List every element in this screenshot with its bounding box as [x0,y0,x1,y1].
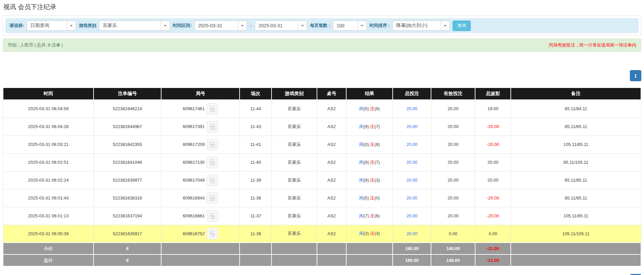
chevron-down-icon[interactable] [440,21,450,30]
cell-valid-bet: 20.00 [431,171,475,189]
total-bet-link[interactable]: 20.00 [406,195,418,201]
video-replay-button[interactable] [207,139,218,150]
cell-payout: 19.00 [475,100,511,118]
cell-remark: 105.11/85.11 [511,207,641,225]
total-bet-link[interactable]: 20.00 [406,142,418,147]
summary-row: 小计8160.00140.00-21.00 [3,243,641,254]
bet-records-table: 时间 注单编号 局号 场次 游戏类别 桌号 结果 总投注 有效投注 总派彩 备注… [3,87,641,267]
date-from-select[interactable]: 2025-03-31 [194,21,247,31]
summary-payout: -21.00 [475,254,511,266]
total-bet-link[interactable]: 20.00 [406,231,418,236]
player-label: 闲 [359,124,364,129]
date-to-value: 2025-03-31 [255,23,298,28]
chevron-down-icon[interactable] [298,21,307,30]
video-replay-button[interactable] [207,157,218,168]
player-label: 闲 [359,142,364,147]
cell-total-bet: 20.00 [393,225,431,243]
banker-label: 庄 [370,160,374,165]
cell-valid-bet: 20.00 [431,118,475,135]
summary-session [240,243,272,254]
player-label: 闲 [359,106,364,111]
total-bet-link[interactable]: 20.00 [406,178,418,183]
video-replay-button[interactable] [207,103,218,115]
total-bet-link[interactable]: 20.00 [406,106,418,111]
player-score: (5) [364,106,370,111]
game-type-label: 游戏类别 [79,23,96,29]
banker-score: (9) [374,106,380,111]
cell-time: 2025-03-31 06:01:43 [3,189,94,207]
cell-session: 11-41 [240,135,272,153]
table-row: 2025-03-31 06:01:13522381637194609616861… [3,207,641,225]
cell-table-no: AS2 [317,225,346,243]
table-row: 2025-03-31 06:00:39522381635917609616752… [3,225,641,243]
query-button[interactable]: 查询 [453,21,471,31]
banker-label: 庄 [370,231,374,236]
total-bet-link[interactable]: 20.00 [406,213,418,218]
summary-game [272,243,317,254]
cell-session: 11-36 [240,225,272,243]
col-round-id: 局号 [161,88,240,100]
round-id-text: 609616861 [183,213,205,218]
date-to-select[interactable]: 2025-03-31 [255,21,307,31]
query-type-select[interactable]: 日期查询 [27,21,76,31]
chevron-down-icon[interactable] [160,21,170,30]
cell-remark: 85.11/105.11 [511,153,641,171]
video-replay-button[interactable] [207,228,218,239]
cell-time: 2025-03-31 06:03:21 [3,135,94,153]
cell-round-id: 609616943 [161,189,240,207]
cell-result: 闲(5) 庄(0) [346,189,393,207]
game-type-select[interactable]: 百家乐 [99,21,170,31]
valid-bet-notice-text: 同局有效投注，统一计算在该局第一张注单内 [549,42,636,48]
cell-time: 2025-03-31 06:02:51 [3,153,94,171]
total-bet-link[interactable]: 20.00 [406,124,418,129]
page-size-select[interactable]: 100 [333,21,367,31]
cell-bet-id: 522381638316 [94,189,161,207]
filter-panel: 请选择: 日期查询 游戏类别 百家乐 时间区间: 2025-03-31 ~ 20… [3,16,641,36]
page-1-button[interactable]: 1 [630,70,641,81]
cell-time: 2025-03-31 06:04:28 [3,118,94,135]
col-bet-id: 注单编号 [94,88,161,100]
cell-session: 11-40 [240,153,272,171]
banker-score: (8) [374,142,380,147]
cell-time: 2025-03-31 06:00:39 [3,225,94,243]
chevron-down-icon[interactable] [238,21,247,30]
banker-score: (7) [374,160,380,165]
banker-score: (0) [374,195,380,201]
table-row: 2025-03-31 06:02:24522381639977609617049… [3,171,641,189]
cell-payout: -20.00 [475,135,511,153]
video-replay-button[interactable] [207,175,218,186]
cell-bet-id: 522381644967 [94,118,161,135]
video-record-icon [209,195,216,202]
cell-payout: 20.00 [475,171,511,189]
cell-result: 闲(9) 庄(7) [346,118,393,135]
time-sort-select[interactable]: 降幂(由大到小) [392,21,450,31]
video-record-icon [209,123,216,130]
cell-bet-id: 522381639977 [94,171,161,189]
video-replay-button[interactable] [207,210,218,222]
cell-session: 11-44 [240,100,272,118]
pagination-top: 1 [3,70,641,81]
table-header: 时间 注单编号 局号 场次 游戏类别 桌号 结果 总投注 有效投注 总派彩 备注 [3,88,641,100]
summary-count: 8 [94,243,161,254]
total-bet-link[interactable]: 20.00 [406,160,418,165]
cell-session: 11-38 [240,189,272,207]
col-payout: 总派彩 [475,88,511,100]
player-label: 闲 [359,160,364,165]
cell-table-no: AS2 [317,135,346,153]
video-replay-button[interactable] [207,121,218,132]
banker-label: 庄 [370,195,374,201]
player-label: 闲 [359,178,364,183]
cell-remark: 85.11/65.11 [511,118,641,135]
banker-score: (7) [374,124,380,129]
video-record-icon [209,230,216,237]
video-record-icon [209,159,216,166]
cell-total-bet: 20.00 [393,135,431,153]
video-replay-button[interactable] [207,192,218,204]
cell-total-bet: 20.00 [393,100,431,118]
cell-result: 闲(9) 庄(3) [346,171,393,189]
summary-row: 总计8160.00140.00-21.00 [3,254,641,266]
cell-valid-bet: 20.00 [431,189,475,207]
cell-round-id: 609617049 [161,171,240,189]
chevron-down-icon[interactable] [67,21,76,30]
chevron-down-icon[interactable] [357,21,366,30]
